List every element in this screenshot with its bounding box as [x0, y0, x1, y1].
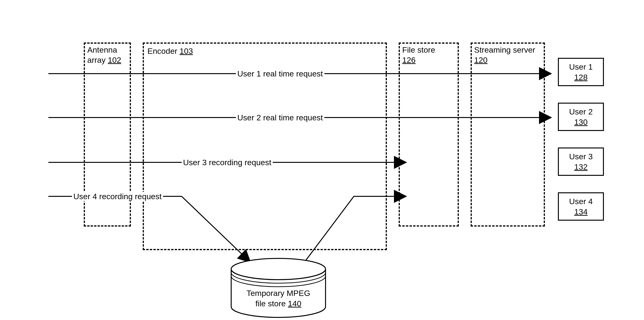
file-store-text: File store	[402, 45, 435, 54]
user4-ref: 134	[574, 207, 588, 216]
user3-box: User 3 132	[558, 148, 604, 176]
user2-box: User 2 130	[558, 103, 604, 131]
user1-box: User 1 128	[558, 58, 604, 86]
streaming-server-box	[470, 42, 545, 226]
cylinder-line1: Temporary MPEG	[246, 288, 310, 298]
streaming-server-label: Streaming server 120	[474, 45, 542, 65]
user3-text: User 3	[569, 152, 592, 161]
svg-point-5	[231, 258, 326, 280]
encoder-label: Encoder 103	[148, 46, 193, 56]
file-store-box	[399, 42, 459, 226]
user4-box: User 4 134	[558, 192, 604, 221]
user3-ref: 132	[574, 162, 588, 171]
user2-text: User 2	[569, 107, 592, 116]
file-store-label: File store 126	[402, 45, 456, 65]
flow-user1-label: User 1 real time request	[236, 69, 324, 78]
antenna-array-ref: 102	[108, 56, 121, 64]
streaming-server-ref: 120	[474, 56, 488, 64]
file-store-ref: 126	[402, 56, 416, 64]
user2-ref: 130	[574, 118, 588, 126]
cylinder-ref: 140	[288, 299, 302, 308]
user1-text: User 1	[569, 62, 592, 71]
streaming-server-text: Streaming server	[474, 45, 535, 54]
cylinder-label: Temporary MPEG file store 140	[236, 288, 321, 309]
antenna-array-label: Antenna array 102	[87, 45, 128, 65]
flow-user3-label: User 3 recording request	[182, 158, 273, 167]
flow-user2-label: User 2 real time request	[236, 113, 324, 122]
diagram-root: Antenna array 102 Encoder 103 File store…	[0, 0, 644, 320]
user1-ref: 128	[574, 73, 588, 82]
encoder-text: Encoder	[148, 46, 178, 56]
flow-user4-label: User 4 recording request	[72, 192, 163, 201]
cylinder-line2: file store	[256, 299, 286, 308]
encoder-ref: 103	[180, 46, 193, 56]
user4-text: User 4	[569, 197, 592, 206]
